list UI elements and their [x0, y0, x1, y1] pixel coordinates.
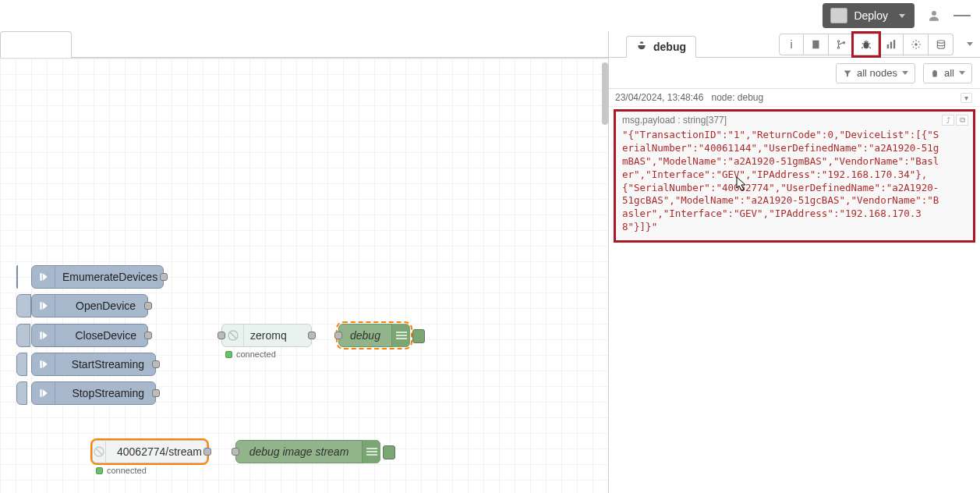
inject-arrow-icon — [32, 295, 55, 317]
svg-point-11 — [937, 40, 944, 43]
chevron-down-icon — [899, 14, 905, 18]
node-output-port[interactable] — [203, 448, 211, 456]
svg-point-3 — [837, 40, 839, 41]
inject-node-open-device[interactable]: OpenDevice — [31, 294, 148, 317]
sidebar-branch-button[interactable] — [829, 34, 854, 55]
svg-rect-8 — [890, 41, 891, 48]
sidebar-info-button[interactable]: i — [779, 34, 804, 55]
node-input-port[interactable] — [232, 448, 239, 456]
inject-arrow-icon — [32, 325, 55, 346]
node-output-port[interactable] — [144, 332, 152, 339]
debug-msg-collapse-button[interactable]: ▾ — [961, 93, 972, 103]
node-status: connected — [225, 349, 276, 359]
debug-msg-pin-button[interactable]: ⤴ — [942, 115, 954, 126]
svg-point-4 — [837, 46, 839, 48]
inject-arrow-icon — [32, 353, 55, 375]
debug-msg-body: "{"TransactionID":"1","ReturnCode":0,"De… — [622, 129, 967, 234]
network-icon — [93, 440, 106, 463]
debug-messages: 23/04/2024, 13:48:46 node: debug ▾ ⤴ ⧉ m… — [609, 89, 980, 493]
node-stream-source[interactable]: 40062774/stream — [92, 440, 207, 463]
inject-node-close-device[interactable]: CloseDevice — [31, 324, 148, 347]
node-output-port[interactable] — [308, 332, 316, 339]
svg-point-0 — [932, 11, 936, 16]
inject-trigger-button[interactable] — [16, 294, 31, 317]
debug-message[interactable]: ⤴ ⧉ msg.payload : string[377] "{"Transac… — [614, 109, 975, 243]
inject-node-enumerate-devices[interactable]: EmumerateDevices — [31, 265, 164, 289]
workspace-tab[interactable] — [0, 31, 72, 58]
node-zeromq[interactable]: zeromq — [221, 324, 312, 347]
sidebar-tab-debug[interactable]: debug — [626, 36, 696, 58]
inject-node-stop-streaming[interactable]: StopStreaming — [31, 381, 156, 405]
chevron-down-icon — [902, 71, 908, 75]
inject-trigger-button[interactable] — [16, 265, 18, 289]
node-output-port[interactable] — [144, 302, 152, 310]
debug-bars-icon — [391, 324, 410, 347]
debug-bars-icon — [362, 440, 380, 463]
node-output-port[interactable] — [152, 360, 160, 368]
deploy-label: Deploy — [854, 9, 888, 22]
sidebar-debug-button[interactable] — [854, 34, 879, 55]
sidebar-context-button[interactable] — [929, 34, 953, 55]
chevron-down-icon — [959, 71, 965, 75]
debug-toggle-button[interactable] — [412, 329, 425, 343]
bug-icon — [636, 40, 647, 53]
svg-rect-9 — [893, 40, 894, 48]
debug-toggle-button[interactable] — [383, 445, 395, 459]
sidebar-more-button[interactable] — [960, 34, 980, 55]
debug-msg-source-prefix: node: — [711, 92, 737, 103]
debug-msg-timestamp: 23/04/2024, 13:48:46 — [615, 92, 703, 103]
sidebar: debug i all — [608, 31, 980, 493]
debug-msg-copy-button[interactable]: ⧉ — [956, 115, 968, 126]
node-output-port[interactable] — [152, 389, 160, 397]
svg-rect-7 — [886, 44, 888, 48]
inject-arrow-icon — [32, 266, 55, 288]
node-status: connected — [96, 466, 147, 475]
flow-canvas[interactable]: EmumerateDevices OpenDevice CloseDevice … — [0, 58, 608, 493]
inject-arrow-icon — [32, 382, 55, 404]
debug-msg-source[interactable]: debug — [738, 92, 763, 103]
node-input-port[interactable] — [218, 332, 225, 339]
sidebar-dashboard-button[interactable] — [879, 34, 904, 55]
inject-trigger-button[interactable] — [16, 324, 30, 347]
svg-point-10 — [915, 43, 918, 46]
debug-clear-button[interactable]: all — [923, 63, 972, 83]
inject-node-start-streaming[interactable]: StartStreaming — [31, 353, 156, 376]
node-debug-image-stream[interactable]: debug image stream — [235, 440, 380, 463]
inject-trigger-button[interactable] — [16, 353, 27, 376]
sidebar-config-button[interactable] — [904, 34, 929, 55]
network-icon — [222, 324, 244, 347]
deploy-icon — [830, 8, 847, 23]
debug-filter-nodes[interactable]: all nodes — [836, 63, 915, 83]
node-output-port[interactable] — [160, 273, 168, 281]
inject-trigger-button[interactable] — [16, 381, 27, 405]
menu-icon[interactable] — [953, 7, 971, 24]
debug-msg-meta: msg.payload : string[377] — [622, 115, 967, 126]
sidebar-help-button[interactable] — [804, 34, 829, 55]
node-debug[interactable]: debug — [338, 324, 410, 347]
svg-point-6 — [863, 42, 869, 48]
scrollbar-thumb[interactable] — [602, 62, 608, 125]
user-icon[interactable] — [925, 7, 943, 24]
node-input-port[interactable] — [334, 332, 342, 339]
deploy-button[interactable]: Deploy — [823, 3, 915, 28]
